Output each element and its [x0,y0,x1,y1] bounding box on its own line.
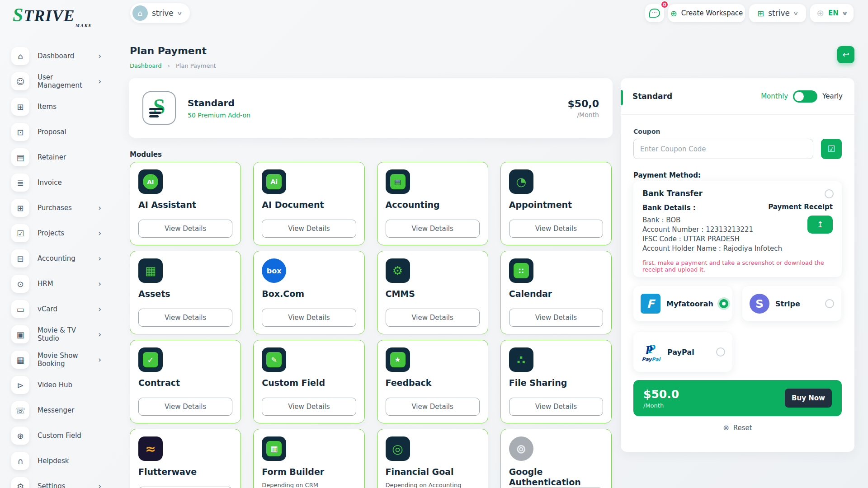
sidebar-item-movie-tv-studio[interactable]: ▣Movie & TV Studio› [0,322,118,347]
billing-period-toggle[interactable] [793,90,817,103]
provider-myfatoorah[interactable]: FMyfatoorah [633,286,732,321]
sidebar-item-settings[interactable]: ⚙Settings› [0,474,118,488]
module-title: Flutterwave [138,467,232,477]
sidebar-item-label: Custom Field [38,432,81,440]
sidebar-item-invoice[interactable]: ≣Invoice [0,170,118,195]
current-plan-card: S Standard 50 Premium Add-on $50,0 /Mont… [129,78,613,138]
globe-icon: ⊕ [816,8,824,19]
app-switcher[interactable]: ⊞ strive ∨ [749,4,806,22]
breadcrumb-dashboard-link[interactable]: Dashboard [130,62,162,69]
provider-radio-paypal[interactable] [716,347,725,357]
create-workspace-button[interactable]: ⊕ Create Workspace [668,4,745,22]
view-details-button[interactable]: View Details [386,398,480,416]
sidebar-item-accounting[interactable]: ⊟Accounting› [0,246,118,271]
module-title: Contract [138,378,232,388]
module-card-box-com: boxBox.ComView Details [253,251,364,334]
cart-icon: ⊞ [11,199,29,217]
language-selector[interactable]: ⊕ EN ∨ [810,4,854,22]
sidebar-item-user-management[interactable]: ☺User Management› [0,69,118,94]
provider-name: Stripe [775,300,800,308]
video-camera-icon: ⊳ [11,376,29,394]
sidebar-item-custom-field[interactable]: ⊕Custom Field [0,423,118,448]
ai-assistant-icon: AI [138,169,163,194]
view-details-button[interactable]: View Details [138,398,232,416]
view-details-button[interactable]: View Details [138,309,232,327]
plan-price: $50,0 [567,98,599,109]
sidebar-item-proposal[interactable]: ⊡Proposal [0,119,118,145]
chevron-right-icon: › [98,279,101,288]
view-details-button[interactable]: View Details [509,309,603,327]
sidebar-item-label: Dashboard [38,52,74,60]
apply-coupon-button[interactable]: ☑ [821,139,842,159]
sidebar-item-helpdesk[interactable]: ∩Helpdesk [0,448,118,474]
module-card-file-sharing: ∴File SharingView Details [500,340,612,423]
sidebar-item-dashboard[interactable]: ⌂Dashboard› [0,43,118,69]
sidebar-item-vcard[interactable]: ▭vCard› [0,296,118,322]
bank-transfer-card[interactable]: Bank Transfer Bank Details : Payment Rec… [633,181,842,277]
view-details-button[interactable]: View Details [262,398,356,416]
back-button[interactable]: ↩ [837,46,854,63]
plus-circle-icon: ⊕ [670,9,677,18]
provider-name: PayPal [667,348,694,357]
paypal-logo-icon: PPPayPal [641,342,661,362]
billing-monthly-label: Monthly [761,92,788,100]
sidebar-item-projects[interactable]: ☑Projects› [0,221,118,246]
provider-paypal[interactable]: PPPayPalPayPal [633,332,732,372]
provider-radio-myfatoorah[interactable] [719,299,728,308]
sidebar-item-items[interactable]: ⊞Items [0,94,118,119]
module-card-cmms: ⚙CMMSView Details [377,251,488,334]
chevron-right-icon: › [98,330,101,339]
cart-icon: ⊞ [11,98,29,116]
module-title: Calendar [509,289,603,299]
module-card-contract: ✓ContractView Details [130,340,241,423]
google-authentication-icon: ⊚ [509,436,533,461]
grid-plus-icon: ⊟ [11,249,29,267]
stripe-logo-icon: S [750,294,769,314]
view-details-button[interactable]: View Details [386,309,480,327]
coupon-input[interactable] [633,139,813,159]
sidebar-item-messenger[interactable]: ☏Messenger [0,398,118,423]
sidebar: ⌂Dashboard›☺User Management›⊞Items⊡Propo… [0,43,118,488]
sidebar-item-video-hub[interactable]: ⊳Video Hub [0,372,118,398]
sidebar-item-label: Settings [38,482,66,488]
breadcrumb-current: Plan Payment [176,62,216,69]
bank-transfer-radio[interactable] [825,189,834,198]
module-card-ai-assistant: AIAI AssistantView Details [130,162,241,245]
workspace-selector[interactable]: ⌂ strive ∨ [130,3,190,23]
sidebar-item-retainer[interactable]: ▤Retainer [0,145,118,170]
module-glyph: ✎ [266,352,282,367]
gear-icon: ⚙ [11,477,29,488]
sidebar-item-movie-show-booking[interactable]: ▦Movie Show Booking› [0,347,118,372]
bank-detail-line: Account Number : 12313213221 [642,225,833,235]
view-details-button[interactable]: View Details [509,220,603,238]
view-details-button[interactable]: View Details [262,220,356,238]
chat-button[interactable]: ⋯ 0 [645,4,664,22]
tv-icon: ▣ [11,325,29,343]
view-details-button[interactable]: View Details [509,398,603,416]
grid-plus-icon: ⊞ [757,9,764,18]
view-details-button[interactable]: View Details [138,220,232,238]
provider-radio-stripe[interactable] [825,299,834,308]
reset-button[interactable]: ⊗ Reset [621,423,854,432]
bank-detail-line: Bank : BOB [642,216,833,225]
module-glyph: ✓ [143,352,158,367]
chevron-down-icon: ∨ [841,10,849,16]
module-card-financial-goal: ◎Financial GoalDepending on AccountingVi… [377,429,488,488]
chevron-right-icon: › [98,52,101,61]
module-title: Feedback [386,378,480,388]
sidebar-item-hrm[interactable]: ⊙HRM› [0,271,118,296]
buy-now-button[interactable]: Buy Now [785,389,832,408]
sidebar-item-purchases[interactable]: ⊞Purchases› [0,195,118,221]
brand-logo-sub: MAKE [75,23,92,28]
module-card-google-authentication: ⊚Google AuthenticationView Details [500,429,612,488]
myfatoorah-logo-icon: F [641,294,660,314]
view-details-button[interactable]: View Details [386,220,480,238]
workspace-name: strive [152,9,174,18]
provider-stripe[interactable]: SStripe [742,286,841,321]
create-workspace-label: Create Workspace [681,9,743,17]
bank-transfer-title: Bank Transfer [642,189,833,198]
upload-receipt-button[interactable]: ↥ [807,216,833,234]
view-details-button[interactable]: View Details [262,309,356,327]
file-sharing-icon: ∴ [509,347,533,372]
plan-addon-link[interactable]: 50 Premium Add-on [188,112,250,119]
